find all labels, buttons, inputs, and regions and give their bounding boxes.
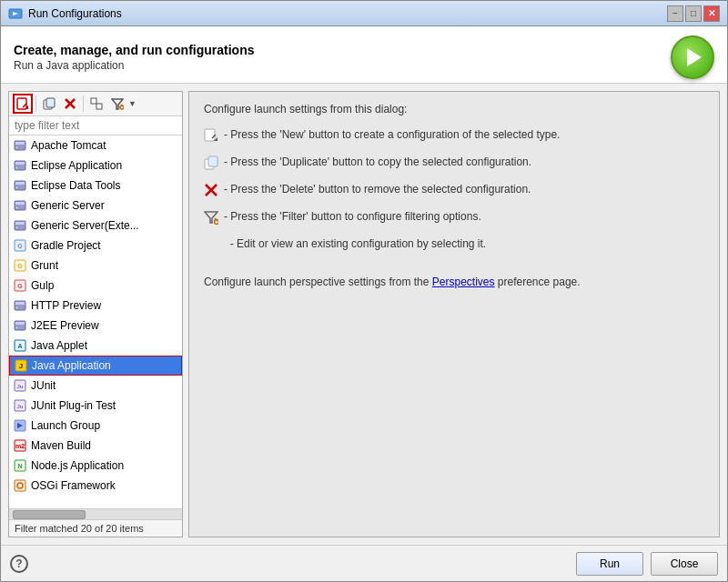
svg-rect-21 (15, 182, 25, 185)
svg-point-40 (16, 327, 18, 329)
tree-item-icon: J (14, 358, 28, 373)
perspectives-suffix: preference page. (495, 276, 581, 288)
tree-item-icon: Ju (13, 378, 27, 393)
header-text: Create, manage, and run configurations R… (14, 43, 255, 72)
svg-text:Ju: Ju (16, 384, 23, 389)
tree-item[interactable]: OSGi Framework (9, 476, 182, 496)
svg-text:G: G (17, 263, 23, 269)
tree-item-label: HTTP Preview (31, 299, 101, 312)
svg-point-37 (16, 307, 18, 309)
svg-marker-11 (112, 99, 123, 109)
filter-status: Filter matched 20 of 20 items (9, 519, 182, 537)
edit-spacer (204, 237, 218, 252)
tree-item[interactable]: GGradle Project (9, 236, 182, 256)
left-toolbar: ▼ (9, 92, 182, 116)
tree-item[interactable]: GGrunt (9, 256, 182, 276)
tree-item-icon (13, 138, 27, 153)
tree-item-icon: G (13, 278, 27, 293)
tree-item[interactable]: JJava Application (9, 356, 182, 376)
svg-text:m2: m2 (15, 443, 25, 449)
svg-text:G: G (17, 243, 23, 249)
tree-item-icon (13, 298, 27, 313)
run-button-large[interactable] (671, 35, 714, 79)
title-bar: Run Configurations − □ ✕ (1, 1, 727, 26)
run-button[interactable]: Run (576, 552, 643, 576)
header-row: Create, manage, and run configurations R… (14, 35, 714, 79)
tree-item-icon (13, 158, 27, 173)
tree-item[interactable]: Generic Server (9, 196, 182, 216)
tree-item-label: JUnit Plug-in Test (31, 399, 116, 412)
tree-item[interactable]: GGulp (9, 276, 182, 296)
filter-button[interactable] (107, 94, 127, 114)
svg-rect-55 (15, 480, 25, 491)
svg-rect-36 (15, 302, 25, 305)
svg-text:N: N (17, 463, 22, 469)
filter-dropdown[interactable]: ▼ (128, 99, 136, 108)
svg-rect-39 (15, 322, 25, 325)
config-item-filter: - Press the 'Filter' button to configure… (204, 210, 704, 225)
tree-item[interactable]: NNode.js Application (9, 456, 182, 476)
tree-item-label: Generic Server (31, 199, 105, 212)
window-title: Run Configurations (28, 7, 122, 20)
perspectives-section: Configure launch perspective settings fr… (204, 276, 704, 288)
tree-item[interactable]: JuJUnit Plug-in Test (9, 396, 182, 416)
delete-icon (204, 183, 218, 197)
svg-text:Ju: Ju (16, 404, 23, 409)
tree-list: Apache TomcatEclipse ApplicationEclipse … (9, 135, 182, 508)
toolbar-separator-1 (35, 95, 36, 112)
svg-point-66 (215, 220, 219, 225)
maximize-button[interactable]: □ (685, 5, 702, 22)
bottom-right: Run Close (576, 552, 718, 576)
svg-point-28 (16, 227, 18, 229)
tree-item-icon: Ju (13, 398, 27, 413)
right-panel: Configure launch settings from this dial… (188, 91, 720, 537)
tree-item[interactable]: Eclipse Data Tools (9, 176, 182, 196)
bottom-left: ? (10, 555, 28, 573)
delete-config-button[interactable] (60, 94, 80, 114)
tree-item[interactable]: JuJUnit (9, 376, 182, 396)
config-item-edit: - Edit or view an existing configuration… (204, 237, 704, 252)
tree-item-icon: G (13, 258, 27, 273)
config-intro: Configure launch settings from this dial… (204, 103, 704, 115)
close-window-button[interactable]: ✕ (703, 5, 720, 22)
horizontal-scrollbar[interactable] (9, 508, 182, 519)
perspectives-link[interactable]: Perspectives (432, 276, 495, 288)
tree-item[interactable]: m2Maven Build (9, 436, 182, 456)
tree-item-label: Eclipse Data Tools (31, 179, 121, 192)
new-config-button[interactable] (13, 94, 33, 114)
tree-item-label: Apache Tomcat (31, 139, 106, 152)
new-icon (204, 128, 218, 143)
svg-point-16 (16, 147, 18, 149)
svg-rect-27 (15, 222, 25, 225)
duplicate-config-button[interactable] (39, 94, 59, 114)
scrollbar-thumb[interactable] (13, 510, 86, 519)
minimize-button[interactable]: − (667, 5, 683, 22)
tree-item[interactable]: Generic Server(Exte... (9, 216, 182, 236)
tree-item[interactable]: Launch Group (9, 416, 182, 436)
tree-item-label: Maven Build (31, 439, 91, 452)
config-item-duplicate-text: - Press the 'Duplicate' button to copy t… (224, 156, 531, 168)
tree-item[interactable]: HTTP Preview (9, 296, 182, 316)
tree-item[interactable]: J2EE Preview (9, 316, 182, 336)
svg-marker-64 (205, 212, 217, 223)
tree-item-icon (13, 418, 27, 433)
tree-item-label: Grunt (31, 259, 58, 272)
collapse-button[interactable] (86, 94, 106, 114)
tree-item-label: Java Applet (31, 339, 87, 352)
help-button[interactable]: ? (10, 555, 28, 573)
tree-item-label: Generic Server(Exte... (31, 219, 139, 232)
close-button[interactable]: Close (651, 552, 718, 576)
tree-item-icon (13, 218, 27, 233)
tree-item[interactable]: AJava Applet (9, 336, 182, 356)
run-configurations-window: Run Configurations − □ ✕ Create, manage,… (0, 0, 728, 582)
tree-item[interactable]: Apache Tomcat (9, 135, 182, 156)
tree-item[interactable]: Eclipse Application (9, 156, 182, 176)
tree-item-label: Gradle Project (31, 239, 101, 252)
svg-point-25 (16, 207, 18, 209)
tree-item-label: Eclipse Application (31, 159, 122, 172)
run-triangle-icon (687, 48, 702, 66)
filter-input[interactable] (9, 116, 182, 135)
tree-item-icon: G (13, 238, 27, 253)
tree-item-icon (13, 478, 27, 493)
tree-item-label: JUnit (31, 379, 56, 392)
